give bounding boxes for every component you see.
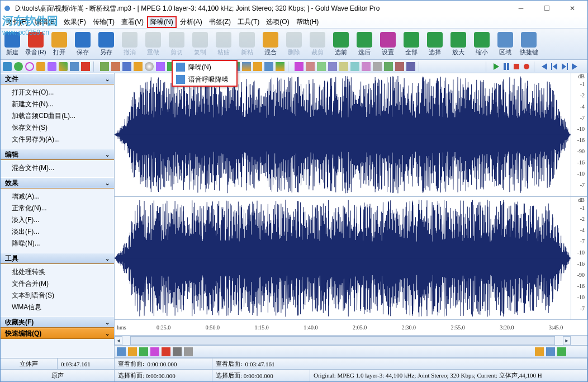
menu-3[interactable]: 传输(T) <box>89 16 118 28</box>
highlight-icon[interactable] <box>546 347 555 356</box>
sel-end-icon[interactable] <box>3 62 12 71</box>
pencil-icon[interactable] <box>535 347 544 356</box>
close-button[interactable]: ✕ <box>559 1 585 16</box>
sidebar-item[interactable]: 混合文件(M)... <box>12 162 114 174</box>
maximize-button[interactable]: ☐ <box>534 1 559 16</box>
cursor-1-icon[interactable] <box>173 347 182 356</box>
zoom-out-button[interactable]: 缩小 <box>470 29 494 59</box>
waveform-left-channel[interactable] <box>115 73 571 196</box>
menu-1[interactable]: 编辑(E) <box>31 16 60 28</box>
spec-6-icon[interactable] <box>350 62 359 71</box>
sidebar-item[interactable]: 增减(A)... <box>12 191 114 202</box>
spec-8-icon[interactable] <box>373 62 382 71</box>
disc-icon[interactable] <box>145 62 154 71</box>
zoom-tool-icon[interactable] <box>117 347 126 356</box>
play-icon[interactable] <box>492 63 500 70</box>
zoom-v-icon[interactable] <box>150 347 159 356</box>
mix-button[interactable]: 混合 <box>259 29 282 59</box>
sidebar-item[interactable]: 文本到语音(S) <box>12 290 114 301</box>
eq-7-icon[interactable] <box>276 62 284 71</box>
dropdown-item-1[interactable]: 语音呼吸降噪 <box>173 73 236 86</box>
record-button[interactable]: 录音(R) <box>24 29 48 59</box>
sidebar-footer-1[interactable]: 快速编辑(Q)⌄ <box>1 328 114 339</box>
sidebar-item[interactable]: 正常化(N)... <box>12 202 114 214</box>
settings-button[interactable]: 设置 <box>376 29 400 59</box>
dropdown-item-0[interactable]: 降噪(N) <box>173 61 236 73</box>
spec-10-icon[interactable] <box>395 62 404 71</box>
menu-6[interactable]: 分析(A) <box>177 16 206 28</box>
menu-5[interactable]: 降噪(N) <box>147 16 177 28</box>
sidebar-item[interactable]: 淡入(F)... <box>12 214 114 226</box>
cue-b-icon[interactable] <box>48 62 56 71</box>
rewind-icon[interactable] <box>540 63 548 70</box>
spec-5-icon[interactable] <box>339 62 348 71</box>
sidebar-item[interactable]: 打开文件(O)... <box>12 87 114 98</box>
minimize-button[interactable]: ─ <box>508 1 534 16</box>
spec-2-icon[interactable] <box>306 62 315 71</box>
horizontal-scrollbar[interactable]: ◄ ► <box>115 336 587 346</box>
folder-icon[interactable] <box>134 62 143 71</box>
sidebar-section-效果[interactable]: 效果⌄ <box>1 177 114 188</box>
sidebar-section-文件[interactable]: 文件⌄ <box>1 73 114 84</box>
sidebar-item[interactable]: 新建文件(N)... <box>12 98 114 110</box>
spec-4-icon[interactable] <box>328 62 337 71</box>
tool-3-icon[interactable] <box>122 62 131 71</box>
menu-7[interactable]: 书签(Z) <box>206 16 234 28</box>
sel-after-button[interactable]: 选后 <box>353 29 376 59</box>
marker-tool-icon[interactable] <box>162 347 170 356</box>
open-button[interactable]: 打开 <box>48 29 71 59</box>
cursor-2-icon[interactable] <box>184 347 193 356</box>
save-button[interactable]: 保存 <box>71 29 94 59</box>
menu-9[interactable]: 选项(O) <box>263 16 292 28</box>
marker-icon[interactable] <box>59 62 68 71</box>
zoom-all-icon[interactable] <box>139 347 148 356</box>
sidebar-section-工具[interactable]: 工具⌄ <box>1 253 114 264</box>
sidebar-item[interactable]: 降噪(N)... <box>12 238 114 249</box>
sidebar-item[interactable]: WMA信息 <box>12 301 114 313</box>
new-button[interactable]: 新建 <box>1 29 24 59</box>
scroll-left-button[interactable]: ◄ <box>115 336 122 345</box>
all-button[interactable]: 全部 <box>400 29 423 59</box>
menu-2[interactable]: 效果(F) <box>60 16 89 28</box>
menu-0[interactable]: 文件(F) <box>3 16 31 28</box>
spec-7-icon[interactable] <box>362 62 371 71</box>
menu-4[interactable]: 查看(V) <box>118 16 147 28</box>
ffwd-icon[interactable] <box>571 63 578 70</box>
tool-2-icon[interactable] <box>111 62 120 71</box>
spec-1-icon[interactable] <box>295 62 304 71</box>
cue-a-icon[interactable] <box>36 62 45 71</box>
skip-back-icon[interactable] <box>551 63 558 70</box>
tool-1-icon[interactable] <box>100 62 109 71</box>
sidebar-footer-0[interactable]: 收藏夹(F)⌄ <box>1 317 114 328</box>
eq-5-icon[interactable] <box>253 62 262 71</box>
select-button[interactable]: 选择 <box>423 29 447 59</box>
pause-icon[interactable] <box>502 63 510 70</box>
zoom-sel-icon[interactable] <box>128 347 137 356</box>
play-sel-icon[interactable] <box>14 62 23 71</box>
fx-icon[interactable] <box>156 62 165 71</box>
goto-icon[interactable] <box>70 62 79 71</box>
scroll-track[interactable] <box>130 336 555 345</box>
sidebar-item[interactable]: 保存文件(S) <box>12 122 114 134</box>
sidebar-item[interactable]: 淡出(F)... <box>12 226 114 238</box>
spec-3-icon[interactable] <box>317 62 326 71</box>
spec-9-icon[interactable] <box>384 62 393 71</box>
sidebar-section-编辑[interactable]: 编辑⌄ <box>1 149 114 160</box>
sidebar-item[interactable]: 批处理转换 <box>12 266 114 278</box>
scroll-right-button[interactable]: ► <box>563 336 571 345</box>
sel-before-button[interactable]: 选前 <box>329 29 353 59</box>
stop-icon[interactable] <box>513 63 520 70</box>
eq-4-icon[interactable] <box>242 62 251 71</box>
sidebar-item[interactable]: 文件另存为(A)... <box>12 134 114 145</box>
menu-10[interactable]: 帮助(H) <box>293 16 323 28</box>
saveas-button[interactable]: 另存 <box>94 29 118 59</box>
sidebar-item[interactable]: 文件合并(M) <box>12 278 114 290</box>
record-icon[interactable] <box>523 63 530 70</box>
menu-8[interactable]: 工具(T) <box>234 16 263 28</box>
skip-fwd-icon[interactable] <box>561 63 568 70</box>
region-icon[interactable] <box>81 62 90 71</box>
waveform-right-channel[interactable] <box>115 197 571 320</box>
region-button[interactable]: 区域 <box>494 29 517 59</box>
spec-11-icon[interactable] <box>406 62 415 71</box>
scroll-lock-icon[interactable] <box>557 347 566 356</box>
